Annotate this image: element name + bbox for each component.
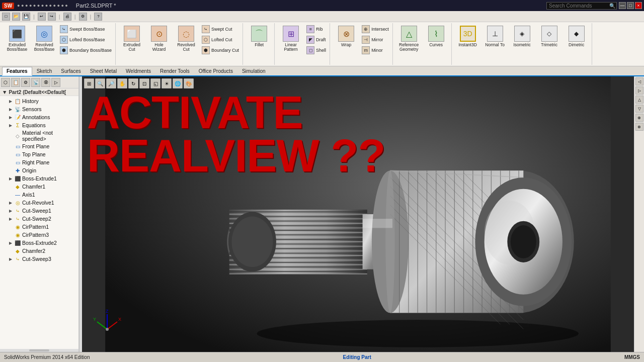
hole-wizard-button[interactable]: ⊙ Hole Wizard — [146, 24, 172, 59]
draft-button[interactable]: ◤ Draft — [305, 35, 328, 45]
color-button[interactable]: 🎨 — [184, 78, 194, 88]
part-name-header[interactable]: ▼ Part2 (Default<<Default[ — [0, 88, 78, 96]
minimize-button[interactable]: — — [619, 2, 626, 9]
tree-item-history[interactable]: ▶ 📋 History — [0, 97, 78, 105]
tab-weldments[interactable]: Weldments — [121, 67, 155, 75]
tree-item-boss-extrude1[interactable]: ▶ ⬛ Boss-Extrude1 — [0, 174, 78, 183]
tree-item-cut-revolve1[interactable]: ▶ ◎ Cut-Revolve1 — [0, 199, 78, 207]
curves-button[interactable]: ⌇ Curves — [423, 24, 449, 59]
tree-item-cut-sweep1[interactable]: ▶ ⤷ Cut-Sweep1 — [0, 207, 78, 215]
isometric-button[interactable]: ◈ Isometric — [509, 24, 535, 59]
status-bar: SolidWorks Premium 2014 x64 Edition Edit… — [0, 352, 644, 362]
sidebar-tool-5[interactable]: ⦿ — [41, 78, 50, 87]
normal-to-button[interactable]: ⊥ Normal To — [482, 24, 508, 59]
tab-office-products[interactable]: Office Products — [194, 67, 237, 75]
save-button[interactable]: 💾 — [22, 13, 30, 21]
extruded-cut-button[interactable]: ⬜ Extruded Cut — [119, 24, 145, 59]
view-options-button[interactable]: ⊡ — [139, 78, 149, 88]
new-button[interactable]: □ — [2, 13, 10, 21]
fillet-group: ⌒ Fillet — [244, 23, 275, 65]
rib-button[interactable]: ≡ Rib — [305, 24, 328, 34]
wrap-button[interactable]: ⊗ Wrap — [333, 24, 359, 59]
minor-button[interactable]: m Minor — [360, 45, 390, 55]
tree-item-equations[interactable]: ▶ Σ Equations — [0, 121, 78, 129]
swept-cut-label: Swept Cut — [211, 27, 232, 32]
intersect-label: Intersect — [371, 27, 389, 32]
tree-item-annotations[interactable]: ▶ 📝 Annotations — [0, 113, 78, 121]
print-button[interactable]: 🖨 — [63, 13, 71, 21]
sidebar-tool-1[interactable]: ⬡ — [1, 78, 10, 87]
close-button[interactable]: × — [635, 2, 642, 9]
swept-cut-button[interactable]: ⤷ Swept Cut — [200, 24, 240, 34]
pan-button[interactable]: ✋ — [117, 78, 127, 88]
undo-button[interactable]: ↩ — [38, 13, 46, 21]
tab-surfaces[interactable]: Surfaces — [56, 67, 85, 75]
right-btn-2[interactable]: ▷ — [635, 86, 643, 95]
sidebar-tool-6[interactable]: ▷ — [51, 78, 60, 87]
boundary-boss-button[interactable]: ⬢ Boundary Boss/Base — [58, 45, 113, 55]
mirror-button[interactable]: ⊣ Mirror — [360, 35, 390, 45]
right-btn-3[interactable]: △ — [635, 96, 643, 104]
lighting-button[interactable]: ☀ — [162, 78, 172, 88]
linear-pattern-button[interactable]: ⊞ Linear Pattern — [278, 24, 304, 59]
shell-button[interactable]: ◻ Shell — [305, 45, 328, 55]
tab-sketch[interactable]: Sketch — [32, 67, 57, 75]
tree-item-sensors[interactable]: ▶ 📡 Sensors — [0, 105, 78, 113]
sidebar-tool-2[interactable]: 📋 — [11, 78, 20, 87]
tree-item-top-plane[interactable]: ▭ Top Plane — [0, 150, 78, 158]
search-input[interactable] — [549, 3, 609, 9]
maximize-button[interactable]: □ — [627, 2, 634, 9]
redo-button[interactable]: ↪ — [48, 13, 56, 21]
swept-boss-button[interactable]: ⤷ Swept Boss/Base — [58, 24, 113, 34]
tree-item-boss-extrude2[interactable]: ▶ ⬛ Boss-Extrude2 — [0, 239, 78, 247]
rotate-button[interactable]: ↻ — [128, 78, 138, 88]
scenes-button[interactable]: 🌐 — [173, 78, 183, 88]
sidebar-tool-3[interactable]: ⚙ — [21, 78, 30, 87]
right-btn-6[interactable]: ⊗ — [635, 123, 643, 131]
tree-item-chamfer2[interactable]: ◆ Chamfer2 — [0, 247, 78, 255]
svg-text:Z: Z — [106, 309, 109, 314]
reference-group: △ Reference Geometry ⌇ Curves — [394, 23, 452, 65]
lofted-cut-button[interactable]: ⬡ Lofted Cut — [200, 35, 240, 45]
tree-item-cut-sweep3[interactable]: ▶ ⤷ Cut-Sweep3 — [0, 255, 78, 263]
tab-render-tools[interactable]: Render Tools — [155, 67, 194, 75]
tree-item-chamfer1[interactable]: ◆ Chamfer1 — [0, 183, 78, 191]
zoom-out-button[interactable]: 🔎 — [106, 78, 116, 88]
tree-item-front-plane[interactable]: ▭ Front Plane — [0, 142, 78, 150]
tree-item-cirpattern1[interactable]: ◉ CirPattern1 — [0, 223, 78, 231]
right-btn-1[interactable]: ◁ — [635, 77, 643, 85]
instant3d-button[interactable]: 3D Instant3D — [455, 24, 481, 59]
dimetric-button[interactable]: ◆ Dimetric — [564, 24, 590, 59]
revolved-boss-button[interactable]: ◎ Revolved Boss/Base — [31, 24, 57, 59]
tab-simulation[interactable]: Simulation — [237, 67, 270, 75]
open-button[interactable]: 📂 — [12, 13, 20, 21]
options-button[interactable]: ⚙ — [79, 13, 87, 21]
trimetric-button[interactable]: ◇ Trimetric — [536, 24, 562, 59]
help-button[interactable]: ? — [94, 13, 102, 21]
sidebar-tool-4[interactable]: 📡 — [31, 78, 40, 87]
fillet-button[interactable]: ⌒ Fillet — [246, 24, 272, 59]
tree-item-origin[interactable]: ✚ Origin — [0, 166, 78, 174]
tab-features[interactable]: Features — [2, 67, 32, 76]
display-style-button[interactable]: ◱ — [150, 78, 160, 88]
tree-item-material[interactable]: ◇ Material <not specified> — [0, 129, 78, 142]
zoom-in-button[interactable]: 🔍 — [95, 78, 105, 88]
lofted-boss-button[interactable]: ⬡ Lofted Boss/Base — [58, 35, 113, 45]
tab-sheet-metal[interactable]: Sheet Metal — [86, 67, 121, 75]
right-btn-4[interactable]: ▽ — [635, 105, 643, 113]
reference-geometry-button[interactable]: △ Reference Geometry — [396, 24, 422, 59]
svg-point-70 — [385, 170, 394, 313]
tree-item-cirpattern3[interactable]: ◉ CirPattern3 — [0, 231, 78, 239]
tree-item-right-plane[interactable]: ▭ Right Plane — [0, 158, 78, 166]
revolved-cut-button[interactable]: ◌ Revolved Cut — [173, 24, 199, 59]
extruded-boss-button[interactable]: ⬛ Extruded Boss/Base — [4, 24, 30, 59]
zoom-to-fit-button[interactable]: ⊞ — [84, 78, 94, 88]
intersect-button[interactable]: ⊕ Intersect — [360, 24, 390, 34]
boundary-cut-button[interactable]: ⬢ Boundary Cut — [200, 45, 240, 55]
tab-row: Features Sketch Surfaces Sheet Metal Wel… — [0, 66, 644, 76]
tree-item-cut-sweep2[interactable]: ▶ ⤷ Cut-Sweep2 — [0, 215, 78, 223]
svg-text:Y: Y — [93, 317, 96, 322]
tree-item-axis1[interactable]: — Axis1 — [0, 191, 78, 199]
right-btn-5[interactable]: ⊕ — [635, 114, 643, 122]
3d-viewport[interactable]: ⊞ 🔍 🔎 ✋ ↻ ⊡ ◱ ☀ 🌐 🎨 Activate Realview ??… — [82, 76, 634, 352]
